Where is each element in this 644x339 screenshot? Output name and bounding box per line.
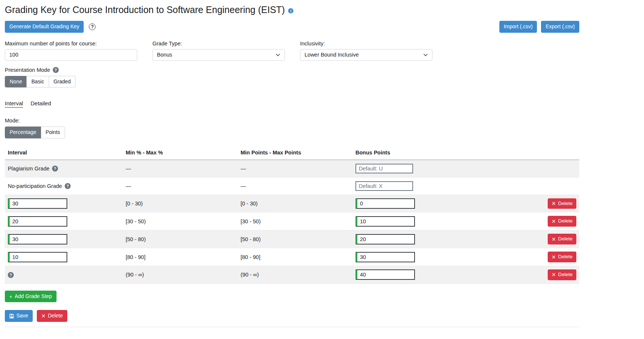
grading-key-page: Grading Key for Course Introduction to S… xyxy=(5,4,579,327)
interval-input[interactable] xyxy=(8,198,67,209)
presentation-mode-section: Presentation Mode ? None Basic Graded xyxy=(5,67,579,88)
interval-input[interactable] xyxy=(8,216,67,227)
bonus-points-input[interactable] xyxy=(355,216,415,227)
tab-bar: Interval Detailed xyxy=(5,100,579,108)
presentation-none-button[interactable]: None xyxy=(5,76,27,88)
grading-steps-table: Interval Min % - Max % Min Points - Max … xyxy=(5,147,579,284)
add-grade-step-label: Add Grade Step xyxy=(15,293,52,300)
delete-row-label: Delete xyxy=(558,201,573,207)
presentation-basic-button[interactable]: Basic xyxy=(26,76,49,88)
delete-row-label: Delete xyxy=(558,254,573,260)
delete-row-label: Delete xyxy=(558,218,573,224)
delete-grading-key-label: Delete xyxy=(48,313,63,319)
header-min-max-pct: Min % - Max % xyxy=(123,147,238,160)
grade-step-row: [30 - 50) [30 - 50) ✕ Delete xyxy=(5,212,579,230)
grade-step-row: [50 - 80) [50 - 80) ✕ Delete xyxy=(5,230,579,248)
delete-row-button[interactable]: ✕ Delete xyxy=(548,252,576,262)
interval-input[interactable] xyxy=(8,234,67,244)
x-icon: ✕ xyxy=(551,272,556,277)
presentation-mode-help-icon[interactable]: ? xyxy=(53,67,59,73)
plagiarism-grade-label-wrap: Plagiarism Grade ? xyxy=(8,166,58,172)
x-icon: ✕ xyxy=(551,201,556,206)
add-row: + Add Grade Step xyxy=(5,291,579,303)
no-participation-pct-range: — xyxy=(123,177,238,195)
pct-range: [50 - 80) xyxy=(123,230,238,248)
footer-actions: Save ✕ Delete xyxy=(5,310,579,327)
delete-row-button[interactable]: ✕ Delete xyxy=(548,198,576,209)
plagiarism-grade-help-icon[interactable]: ? xyxy=(52,166,58,172)
grade-type-select[interactable]: Bonus xyxy=(152,49,285,61)
mode-points-button[interactable]: Points xyxy=(41,127,65,138)
table-row-plagiarism: Plagiarism Grade ? — — xyxy=(5,160,579,177)
info-icon[interactable]: i xyxy=(288,8,293,13)
delete-row-button[interactable]: ✕ Delete xyxy=(548,269,576,280)
inclusivity-group: Inclusivity: Lower Bound Inclusive xyxy=(300,41,432,61)
presentation-graded-button[interactable]: Graded xyxy=(49,76,76,88)
mode-section: Mode: Percentage Points xyxy=(5,118,579,138)
points-range: [30 - 50) xyxy=(238,212,352,230)
table-header: Interval Min % - Max % Min Points - Max … xyxy=(5,147,579,160)
presentation-mode-group: None Basic Graded xyxy=(5,76,75,88)
add-grade-step-button[interactable]: + Add Grade Step xyxy=(5,291,57,303)
bonus-points-input[interactable] xyxy=(355,252,415,262)
grade-type-group: Grade Type: Bonus xyxy=(152,41,285,61)
chevron-down-icon xyxy=(423,52,428,57)
tab-interval[interactable]: Interval xyxy=(5,100,23,108)
delete-row-button[interactable]: ✕ Delete xyxy=(548,216,576,227)
inclusivity-selected-value: Lower Bound Inclusive xyxy=(305,52,359,58)
delete-row-button[interactable]: ✕ Delete xyxy=(548,234,576,244)
save-button[interactable]: Save xyxy=(5,310,33,322)
export-csv-button[interactable]: Export (.csv) xyxy=(541,21,579,33)
save-label: Save xyxy=(16,313,28,319)
max-points-input[interactable] xyxy=(5,49,137,61)
grading-key-help-icon[interactable]: ? xyxy=(89,23,96,30)
no-participation-grade-input[interactable] xyxy=(355,181,413,191)
delete-row-label: Delete xyxy=(558,236,573,242)
import-csv-button[interactable]: Import (.csv) xyxy=(499,21,537,33)
header-min-max-points: Min Points - Max Points xyxy=(238,147,352,160)
tab-detailed[interactable]: Detailed xyxy=(30,100,51,108)
max-points-label: Maximum number of points for course: xyxy=(5,41,137,47)
inclusivity-label: Inclusivity: xyxy=(300,41,432,47)
points-range: [50 - 80) xyxy=(238,230,352,248)
bonus-points-input[interactable] xyxy=(355,269,415,280)
x-icon: ✕ xyxy=(551,219,556,224)
x-icon: ✕ xyxy=(551,237,556,242)
toolbar-right: Import (.csv) Export (.csv) xyxy=(499,21,579,33)
points-range: [80 - 90] xyxy=(238,248,352,266)
plagiarism-pct-range: — xyxy=(123,160,238,177)
grade-step-row: [80 - 90] [80 - 90] ✕ Delete xyxy=(5,248,579,266)
no-participation-grade-help-icon[interactable]: ? xyxy=(65,183,71,189)
last-step-help-icon[interactable]: ? xyxy=(8,272,14,278)
grade-step-row: [0 - 30) [0 - 30) ✕ Delete xyxy=(5,195,579,212)
presentation-mode-label-row: Presentation Mode ? xyxy=(5,67,579,73)
table-row-no-participation: No-participation Grade ? — — xyxy=(5,177,579,195)
inclusivity-select[interactable]: Lower Bound Inclusive xyxy=(300,49,432,61)
page-title-text: Grading Key for Course Introduction to S… xyxy=(5,4,285,15)
plus-icon: + xyxy=(9,294,12,299)
plagiarism-grade-label: Plagiarism Grade xyxy=(8,166,49,172)
no-participation-grade-label: No-participation Grade xyxy=(8,183,62,189)
pct-range: (90 - ∞) xyxy=(123,266,238,284)
bonus-points-input[interactable] xyxy=(355,198,415,209)
plagiarism-grade-input[interactable] xyxy=(355,164,413,173)
pct-range: [80 - 90] xyxy=(123,248,238,266)
x-icon: ✕ xyxy=(551,255,556,260)
no-participation-label-wrap: No-participation Grade ? xyxy=(8,183,71,189)
header-actions xyxy=(543,147,579,160)
delete-grading-key-button[interactable]: ✕ Delete xyxy=(37,310,67,322)
course-settings-row: Maximum number of points for course: Gra… xyxy=(5,41,579,61)
bonus-points-input[interactable] xyxy=(355,234,415,244)
pct-range: [30 - 50) xyxy=(123,212,238,230)
save-icon xyxy=(9,314,14,319)
mode-percentage-button[interactable]: Percentage xyxy=(5,127,41,138)
points-range: (90 - ∞) xyxy=(238,266,352,284)
mode-label-row: Mode: xyxy=(5,118,579,124)
delete-row-label: Delete xyxy=(558,272,573,278)
presentation-mode-label: Presentation Mode xyxy=(5,67,50,73)
generate-default-grading-key-button[interactable]: Generate Default Grading Key xyxy=(5,21,84,33)
interval-input[interactable] xyxy=(8,252,67,262)
x-icon: ✕ xyxy=(41,313,46,319)
grade-step-row-last: ? (90 - ∞) (90 - ∞) ✕ Delete xyxy=(5,266,579,284)
toolbar: Generate Default Grading Key ? Import (.… xyxy=(5,21,579,33)
